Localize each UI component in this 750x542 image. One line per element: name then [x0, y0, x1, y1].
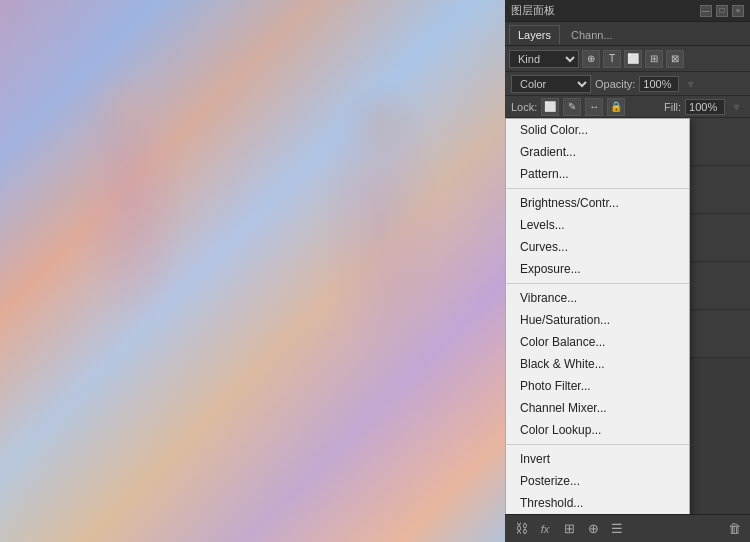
menu-item-color-balance[interactable]: Color Balance...: [506, 331, 689, 353]
minimize-button[interactable]: —: [700, 5, 712, 17]
panel-title-bar: 图层面板 — □ ×: [505, 0, 750, 22]
menu-item-invert[interactable]: Invert: [506, 448, 689, 470]
menu-item-color-lookup[interactable]: Color Lookup...: [506, 419, 689, 441]
close-button[interactable]: ×: [732, 5, 744, 17]
maximize-button[interactable]: □: [716, 5, 728, 17]
title-bar-controls: — □ ×: [700, 5, 744, 17]
filter-icon-btn-2[interactable]: T: [603, 50, 621, 68]
menu-item-brightness-contrast[interactable]: Brightness/Contr...: [506, 192, 689, 214]
fill-input[interactable]: [685, 99, 725, 115]
filter-icon-btn-1[interactable]: ⊕: [582, 50, 600, 68]
blend-opacity-row: Color Opacity: ▼: [505, 72, 750, 96]
blend-mode-select[interactable]: Color: [511, 75, 591, 93]
filter-kind-select[interactable]: Kind: [509, 50, 579, 68]
adjustment-layer-menu[interactable]: Solid Color...Gradient...Pattern...Brigh…: [505, 118, 690, 514]
filter-icon-btn-4[interactable]: ⊞: [645, 50, 663, 68]
layer-effects-button[interactable]: fx: [535, 519, 555, 539]
menu-item-photo-filter[interactable]: Photo Filter...: [506, 375, 689, 397]
menu-item-black-white[interactable]: Black & White...: [506, 353, 689, 375]
fill-label: Fill:: [664, 101, 681, 113]
menu-item-hue-saturation[interactable]: Hue/Saturation...: [506, 309, 689, 331]
tab-layers[interactable]: Layers: [509, 25, 560, 45]
menu-item-pattern[interactable]: Pattern...: [506, 163, 689, 185]
add-mask-button[interactable]: ⊞: [559, 519, 579, 539]
lock-all-btn[interactable]: 🔒: [607, 98, 625, 116]
layers-bottom-toolbar: ⛓ fx ⊞ ⊕ ☰ 🗑: [505, 514, 750, 542]
new-fill-button[interactable]: ⊕: [583, 519, 603, 539]
lock-label: Lock:: [511, 101, 537, 113]
menu-divider: [506, 283, 689, 284]
canvas-area: [0, 0, 505, 542]
separator-1: ▼: [685, 78, 696, 90]
opacity-input[interactable]: [639, 76, 679, 92]
menu-item-exposure[interactable]: Exposure...: [506, 258, 689, 280]
menu-item-curves[interactable]: Curves...: [506, 236, 689, 258]
menu-divider: [506, 188, 689, 189]
menu-item-solid-color[interactable]: Solid Color...: [506, 119, 689, 141]
tab-channels[interactable]: Chann...: [562, 25, 622, 45]
opacity-label: Opacity:: [595, 78, 635, 90]
panel-tabs: Layers Chann...: [505, 22, 750, 46]
canvas-image: [0, 0, 505, 542]
layers-panel: 图层面板 — □ × Layers Chann... Kind ⊕ T ⬜ ⊞ …: [505, 0, 750, 542]
menu-item-levels[interactable]: Levels...: [506, 214, 689, 236]
lock-move-btn[interactable]: ↔: [585, 98, 603, 116]
menu-item-gradient[interactable]: Gradient...: [506, 141, 689, 163]
menu-divider: [506, 444, 689, 445]
menu-item-vibrance[interactable]: Vibrance...: [506, 287, 689, 309]
link-layers-button[interactable]: ⛓: [511, 519, 531, 539]
separator-2: ▼: [731, 101, 742, 113]
lock-paint-btn[interactable]: ✎: [563, 98, 581, 116]
menu-item-posterize[interactable]: Posterize...: [506, 470, 689, 492]
group-button[interactable]: ☰: [607, 519, 627, 539]
delete-layer-button[interactable]: 🗑: [724, 519, 744, 539]
filter-toolbar: Kind ⊕ T ⬜ ⊞ ⊠: [505, 46, 750, 72]
layers-list: 👁 ⛓ 👁 origi... 👁 ✦ ⛓: [505, 118, 750, 514]
filter-icon-btn-5[interactable]: ⊠: [666, 50, 684, 68]
panel-title: 图层面板: [511, 3, 555, 18]
lock-pixels-btn[interactable]: ⬜: [541, 98, 559, 116]
lock-fill-row: Lock: ⬜ ✎ ↔ 🔒 Fill: ▼: [505, 96, 750, 118]
menu-item-threshold[interactable]: Threshold...: [506, 492, 689, 514]
filter-icon-btn-3[interactable]: ⬜: [624, 50, 642, 68]
menu-item-channel-mixer[interactable]: Channel Mixer...: [506, 397, 689, 419]
